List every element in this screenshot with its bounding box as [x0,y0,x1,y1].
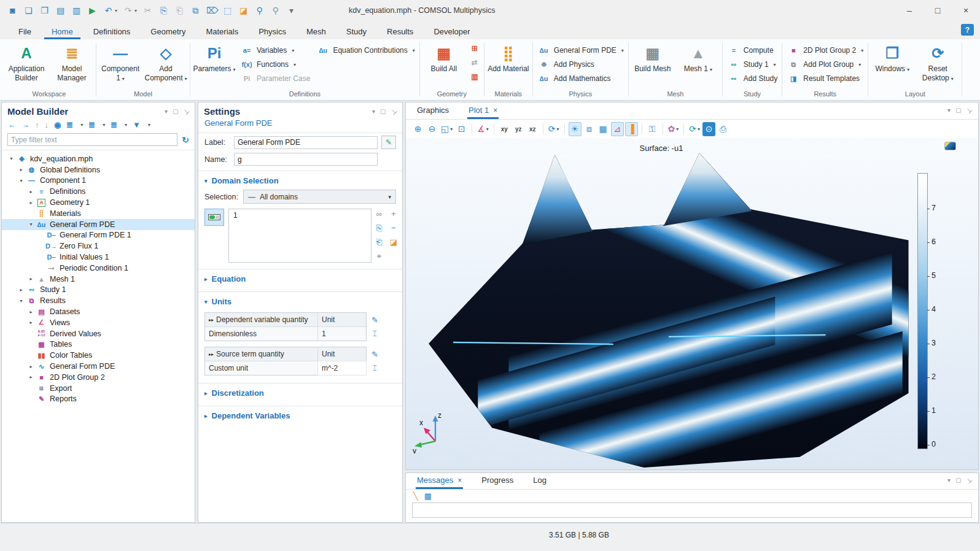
edit-table-icon[interactable]: ✎ [371,350,378,359]
view-orientation-icon[interactable]: ∡▾ [476,122,490,136]
menu-tab-mesh[interactable]: Mesh [299,24,333,39]
windows-button[interactable]: ❐Windows▾ [870,40,914,75]
domain-selection-list[interactable]: 1 [228,209,371,263]
view-xy-icon[interactable]: xy [498,122,511,136]
chevron-right-icon[interactable]: ▸ [17,287,26,293]
chevron-right-icon[interactable]: ▸ [26,320,36,325]
application-builder-button[interactable]: AApplication Builder [4,40,49,82]
panel-pin-icon[interactable]: ⊤ [964,476,974,485]
compute-button[interactable]: =Compute [727,45,777,56]
model-tree-nodes-icon-dropdown[interactable]: ▾ [125,122,127,128]
graphics-canvas[interactable]: Surface: -u1 [406,138,978,469]
chevron-down-icon[interactable]: ▾ [7,156,16,161]
build-mesh-button[interactable]: ▦Build Mesh [631,40,675,74]
transparency-icon[interactable]: ⧈ [583,122,596,136]
tree-node-definitions[interactable]: ▸≡Definitions [2,186,195,197]
close-tab-icon[interactable]: × [457,476,462,485]
cut-icon[interactable]: ✂ [142,6,153,15]
close-tab-icon[interactable]: × [493,106,497,115]
menu-tab-developer[interactable]: Developer [426,24,477,39]
close-button[interactable]: × [952,0,980,21]
dependent-variable-quantity-value[interactable]: Dimensionless [205,327,318,341]
insert-field-icon[interactable]: ⌶ [373,329,378,339]
plot-group-button[interactable]: ■2D Plot Group 2▾ [787,45,863,56]
zoom-box-icon[interactable]: ◱▾ [440,122,454,136]
domain-list-item[interactable]: 1 [233,211,367,220]
physics-interface-button[interactable]: ∆uGeneral Form PDE▾ [537,45,624,56]
forward-icon[interactable]: → [21,120,29,129]
paste-selection-icon[interactable]: ⎗ [376,238,382,247]
menu-tab-materials[interactable]: Materials [198,24,246,39]
save-icon[interactable]: ▤ [55,6,66,15]
open-icon[interactable]: ❒ [39,6,50,15]
chevron-down-icon[interactable]: ▾ [17,178,26,183]
active-selection-toggle[interactable] [204,209,224,226]
source-term-unit-value[interactable]: m^-2 [318,361,366,375]
menu-tab-file[interactable]: File [11,24,39,39]
tree-node-derived-values[interactable]: 8.85 e-12Derived Values [2,328,195,339]
model-manager-button[interactable]: ≣Model Manager [50,40,94,82]
tree-node-periodic-condition-1[interactable]: –▪Periodic Condition 1 [2,263,195,274]
collapse-all-icon-dropdown[interactable]: ▾ [103,122,105,128]
redo-icon-dropdown[interactable]: ▾ [134,8,137,13]
color-palette-icon[interactable]: ✿▾ [667,122,680,136]
help-button[interactable]: ? [961,24,974,36]
tree-node-general-form-pde[interactable]: ▾∆uGeneral Form PDE [2,219,195,230]
zoom-out-icon[interactable]: ⊖ [426,122,438,136]
save-as-icon[interactable]: ▥ [71,6,82,15]
filter-icon[interactable]: ▼ [133,120,141,129]
menu-tab-physics[interactable]: Physics [251,24,294,39]
source-term-quantity-value[interactable]: Custom unit [205,361,318,375]
model-tree-nodes-icon[interactable]: ≣ [111,120,117,129]
menu-tab-definitions[interactable]: Definitions [86,24,138,39]
dependent-variable-unit-value[interactable]: 1 [318,327,366,341]
duplicate-icon[interactable]: ⧉ [190,6,201,16]
copy-icon[interactable]: ⎘ [158,6,169,16]
minimize-button[interactable]: – [895,0,924,21]
insert-field-icon[interactable]: ⌶ [373,363,378,373]
add-physics-button[interactable]: ❋Add Physics [537,59,624,70]
back-icon[interactable]: ← [8,120,16,129]
functions-button[interactable]: f(x)Functions▾ [240,59,310,70]
lock-axes-icon[interactable]: ⚿ [646,122,659,136]
chevron-right-icon[interactable]: ▸ [26,309,36,315]
chevron-right-icon[interactable]: ▸ [26,374,36,380]
zoom-in-icon[interactable]: ⊕ [411,122,424,136]
tree-node-views[interactable]: ▸∠Views [2,317,195,328]
menu-tab-study[interactable]: Study [339,24,374,39]
parameters-button[interactable]: PiParameters▾ [192,40,236,75]
panel-float-icon[interactable]: ▢ [173,108,178,115]
section-discretization[interactable]: ▸ Discretization [198,383,402,402]
panel-menu-icon[interactable]: ▾ [372,108,375,115]
work-plane-icon[interactable]: ▥ [467,72,482,84]
refresh-icon[interactable]: ↻ [182,135,189,145]
remove-from-selection-icon[interactable]: − [391,224,396,233]
tree-node-geometry-1[interactable]: ▸AGeometry 1 [2,197,195,208]
scene-light-icon[interactable]: ☀ [569,122,581,136]
tree-node-global-definitions[interactable]: ▸◍Global Definitions [2,164,195,175]
undo-icon-dropdown[interactable]: ▾ [115,8,117,13]
name-input[interactable] [234,153,378,166]
add-plot-group-button[interactable]: ⧉Add Plot Group▾ [787,59,863,70]
tab-log[interactable]: Log [532,476,548,489]
chevron-right-icon[interactable]: ▸ [17,167,26,172]
tree-node-study-1[interactable]: ▸∾Study 1 [2,285,195,296]
build-all-button[interactable]: ▦Build All [422,40,466,74]
chevron-right-icon[interactable]: ▸ [26,276,36,282]
result-templates-button[interactable]: ◨Result Templates [787,73,863,84]
equation-contributions-button[interactable]: ∆uEquation Contributions▾ [316,45,414,56]
tree-node-reports[interactable]: ✎Reports [2,394,195,405]
undo-icon[interactable]: ↶ [103,6,114,15]
tree-node-initial-values-1[interactable]: D–Initial Values 1 [2,252,195,263]
label-input[interactable] [234,136,378,149]
tree-node-tables[interactable]: ▦Tables [2,339,195,350]
panel-menu-icon[interactable]: ▾ [947,107,951,114]
add-component-button[interactable]: ◇Add Component▾ [144,40,188,83]
section-domain-selection[interactable]: ▾ Domain Selection [198,171,402,190]
update-plot-icon[interactable]: ⟳▾ [688,122,701,136]
add-mathematics-button[interactable]: ∆uAdd Mathematics [537,73,624,84]
panel-menu-icon[interactable]: ▾ [947,477,951,484]
clear-selection-icon[interactable]: ◪ [238,6,249,15]
menu-tab-home[interactable]: Home [44,24,80,39]
new-file-icon[interactable]: ❏ [23,6,34,15]
